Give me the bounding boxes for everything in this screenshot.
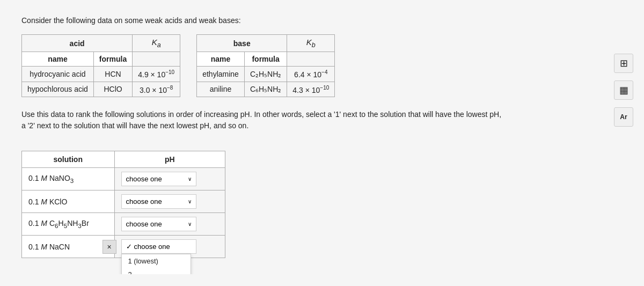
data-tables-container: acid Ka name formula hydrocyanic acid HC… <box>21 34 623 97</box>
intro-text: Consider the following data on some weak… <box>21 16 623 25</box>
table-row: 0.1 M NaCN ✓ choose one 1 (lowest) 2 3 4… <box>22 236 225 258</box>
acid-ka-2: 3.0 × 10−8 <box>133 82 180 97</box>
close-dropdown-button[interactable]: × <box>103 240 116 254</box>
solution-name-3: 0.1 M C6H5NH3Br <box>22 213 115 236</box>
chevron-down-icon: ∨ <box>188 221 192 227</box>
acid-row-1: hydrocyanic acid HCN 4.9 × 10−10 <box>22 67 180 82</box>
ph-select-2[interactable]: choose one ∨ <box>121 194 196 209</box>
acid-header: acid <box>22 35 133 52</box>
base-formula-2: C₆H₅NH₂ <box>244 82 287 97</box>
ph-select-4-value: choose one <box>134 243 170 251</box>
base-row-1: ethylamine C₂H₅NH₂ 6.4 × 10−4 <box>197 67 335 82</box>
ph-dropdown-4: ✓ choose one 1 (lowest) 2 3 4 (highest) … <box>114 236 225 258</box>
ph-select-4[interactable]: ✓ choose one <box>121 239 196 254</box>
acid-formula-2: HClO <box>93 82 132 97</box>
ph-dropdown-2: choose one ∨ <box>114 190 225 213</box>
base-name-col: name <box>197 52 245 67</box>
chart-icon[interactable]: ▦ <box>614 80 633 100</box>
acid-formula-col: formula <box>93 52 132 67</box>
nacn-dropdown-open: ✓ choose one 1 (lowest) 2 3 4 (highest) … <box>121 239 219 254</box>
table-row: 0.1 M C6H5NH3Br choose one ∨ <box>22 213 225 236</box>
checkmark-icon: ✓ <box>126 243 132 251</box>
ph-select-3-value: choose one <box>126 220 162 228</box>
acid-formula-1: HCN <box>93 67 132 82</box>
ph-select-1-value: choose one <box>126 175 162 183</box>
ph-col-header: pH <box>114 151 225 168</box>
base-header: base <box>197 35 287 52</box>
ph-select-3[interactable]: choose one ∨ <box>121 217 196 231</box>
acid-name-col: name <box>22 52 94 67</box>
chevron-down-icon: ∨ <box>188 199 192 204</box>
base-table: base Kb name formula ethylamine C₂H₅NH₂ … <box>196 34 335 97</box>
ar-icon[interactable]: Ar <box>614 107 633 127</box>
solution-name-4: 0.1 M NaCN <box>22 236 115 258</box>
acid-row-2: hypochlorous acid HClO 3.0 × 10−8 <box>22 82 180 97</box>
kb-header: Kb <box>287 35 335 52</box>
acid-name-2: hypochlorous acid <box>22 82 94 97</box>
acid-name-1: hydrocyanic acid <box>22 67 94 82</box>
ka-header: Ka <box>133 35 180 52</box>
chevron-down-icon: ∨ <box>188 176 192 182</box>
sidebar-icons: ⊞ ▦ Ar <box>614 54 633 127</box>
table-row: 0.1 M KClO choose one ∨ <box>22 190 225 213</box>
solution-name-1: 0.1 M NaNO3 <box>22 168 115 190</box>
ph-select-1[interactable]: choose one ∨ <box>121 172 196 186</box>
instructions-text: Use this data to rank the following solu… <box>21 109 504 131</box>
table-icon[interactable]: ⊞ <box>614 54 633 73</box>
ph-dropdown-3: choose one ∨ <box>114 213 225 236</box>
acid-table: acid Ka name formula hydrocyanic acid HC… <box>21 34 180 97</box>
base-name-1: ethylamine <box>197 67 245 82</box>
base-row-2: aniline C₆H₅NH₂ 4.3 × 10−10 <box>197 82 335 97</box>
base-kb-1: 6.4 × 10−4 <box>287 67 335 82</box>
table-row: 0.1 M NaNO3 choose one ∨ <box>22 168 225 190</box>
acid-ka-1: 4.9 × 10−10 <box>133 67 180 82</box>
nacn-dropdown-menu: 1 (lowest) 2 3 4 (highest) <box>121 254 191 274</box>
option-1-lowest[interactable]: 1 (lowest) <box>122 254 191 268</box>
base-formula-1: C₂H₅NH₂ <box>244 67 287 82</box>
option-2[interactable]: 2 <box>122 268 191 274</box>
base-formula-col: formula <box>244 52 287 67</box>
solution-name-2: 0.1 M KClO <box>22 190 115 213</box>
base-kb-2: 4.3 × 10−10 <box>287 82 335 97</box>
base-name-2: aniline <box>197 82 245 97</box>
solution-table: solution pH 0.1 M NaNO3 choose one ∨ 0.1… <box>21 151 225 258</box>
solution-col-header: solution <box>22 151 115 168</box>
ph-dropdown-1: choose one ∨ <box>114 168 225 190</box>
ph-select-2-value: choose one <box>126 197 162 206</box>
